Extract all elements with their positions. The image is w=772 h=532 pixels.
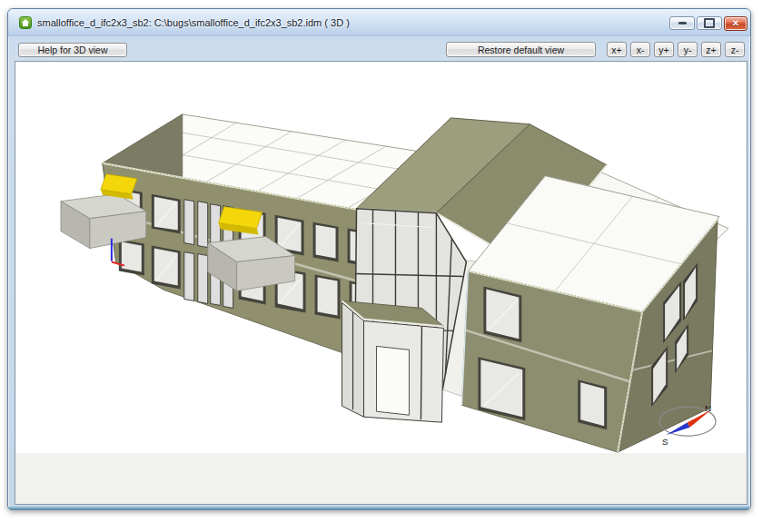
3d-viewport[interactable]: N S: [15, 61, 747, 505]
close-button[interactable]: ✕: [724, 16, 747, 31]
minimize-button[interactable]: [669, 16, 695, 30]
3d-view-window: smalloffice_d_ifc2x3_sb2: C:\bugs\smallo…: [7, 8, 751, 510]
maximize-button[interactable]: [697, 16, 722, 30]
maximize-icon: [704, 18, 715, 28]
compass-south-label: S: [662, 437, 668, 447]
view-y-plus-button[interactable]: y+: [654, 42, 674, 57]
view-z-minus-button[interactable]: z-: [725, 42, 745, 57]
ground-plane: [15, 453, 747, 504]
minimize-icon: [678, 22, 687, 25]
compass-north-label: N: [705, 403, 711, 413]
view-x-plus-button[interactable]: x+: [607, 42, 627, 57]
help-button[interactable]: Help for 3D view: [18, 43, 127, 57]
caption-buttons: ✕: [669, 16, 747, 31]
window-title: smalloffice_d_ifc2x3_sb2: C:\bugs\smallo…: [37, 17, 350, 28]
view-y-minus-button[interactable]: y-: [678, 42, 698, 57]
entrance-door: [377, 346, 410, 415]
app-icon: [19, 16, 32, 29]
view-x-minus-button[interactable]: x-: [630, 42, 650, 57]
building-model-canvas: N S: [15, 62, 747, 504]
close-icon: ✕: [732, 19, 739, 28]
view-z-plus-button[interactable]: z+: [701, 42, 721, 57]
entrance-porch: [342, 300, 444, 422]
restore-default-view-button[interactable]: Restore default view: [446, 42, 596, 57]
title-bar[interactable]: smalloffice_d_ifc2x3_sb2: C:\bugs\smallo…: [8, 9, 750, 36]
